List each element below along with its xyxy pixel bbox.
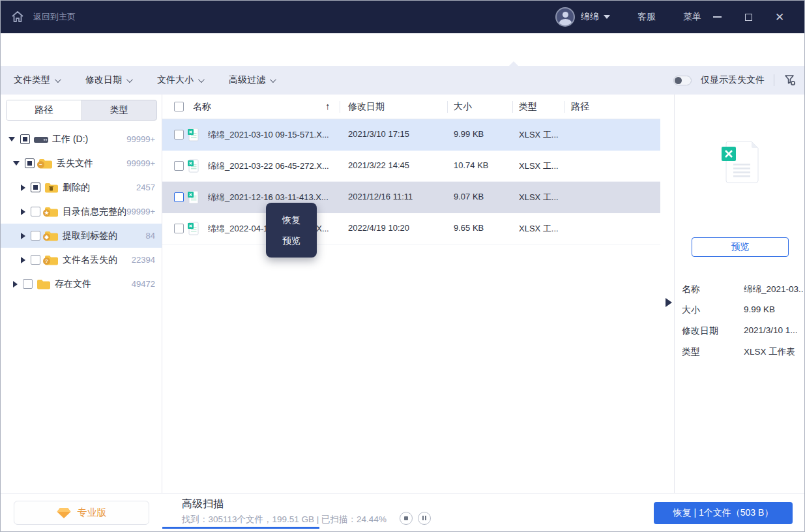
scan-info: 找到：305113个文件，199.51 GB | 已扫描：24.44% xyxy=(182,514,387,525)
sidebar: 路径 类型 工作 (D:) 99999+ − 丢失文件 xyxy=(1,95,162,493)
detail-row: 大小 9.99 KB xyxy=(682,304,802,319)
xlsx-file-icon-large xyxy=(720,139,761,188)
tab-type[interactable]: 类型 xyxy=(82,100,157,120)
collapse-arrow-icon[interactable] xyxy=(21,257,25,263)
stop-icon xyxy=(404,516,408,520)
maximize-button[interactable] xyxy=(733,1,764,33)
tree-checkbox[interactable] xyxy=(31,183,40,192)
preview-button[interactable]: 预览 xyxy=(692,237,789,257)
close-icon: ✕ xyxy=(775,12,784,23)
folder-trash-icon xyxy=(44,182,59,194)
tree-item-name-lost[interactable]: ? 文件名丢失的 22394 xyxy=(1,248,162,272)
tree-item-tagged[interactable]: ◆ 提取到标签的 84 xyxy=(1,224,162,248)
expand-arrow-icon[interactable] xyxy=(8,137,15,141)
titlebar: 返回到主页 绵绵 客服 菜单 ✕ xyxy=(1,1,805,33)
collapse-arrow-icon[interactable] xyxy=(21,209,25,215)
lost-files-toggle-label: 仅显示丢失文件 xyxy=(701,74,765,86)
filter-advanced[interactable]: 高级过滤 xyxy=(229,74,274,86)
filter-bar: 文件类型 修改日期 文件大小 高级过滤 仅显示丢失文件 xyxy=(1,66,805,95)
filter-modified-date[interactable]: 修改日期 xyxy=(85,74,131,86)
recover-button[interactable]: 恢复 | 1个文件（503 B） xyxy=(654,502,793,524)
tree-item-dir-complete[interactable]: ★ 目录信息完整的 99999+ xyxy=(1,200,162,224)
preview-panel: 预览 名称 绵绵_2021-03.. 大小 9.99 KB 修改日期 2021/… xyxy=(675,95,805,493)
folder-tree: 工作 (D:) 99999+ − 丢失文件 99999+ 删除的 xyxy=(1,127,162,296)
xlsx-file-icon xyxy=(188,222,199,238)
chevron-down-icon xyxy=(198,76,205,83)
folder-icon xyxy=(37,278,51,290)
row-checkbox[interactable] xyxy=(174,192,184,202)
tree-item-existing-files[interactable]: 存在文件 49472 xyxy=(1,272,162,296)
tree-checkbox[interactable] xyxy=(31,207,40,216)
scan-title: 高级扫描 xyxy=(182,497,224,511)
minimize-icon xyxy=(713,16,722,18)
context-menu-recover[interactable]: 恢复 xyxy=(266,212,317,228)
back-home-label: 返回到主页 xyxy=(33,11,76,23)
chevron-down-icon xyxy=(126,76,133,83)
row-checkbox[interactable] xyxy=(174,224,184,233)
column-date[interactable]: 修改日期 xyxy=(348,101,385,113)
back-home-button[interactable]: 返回到主页 xyxy=(1,9,76,25)
pause-icon xyxy=(422,516,426,520)
chevron-down-icon xyxy=(270,76,276,83)
collapse-arrow-icon[interactable] xyxy=(21,185,25,191)
tab-path[interactable]: 路径 xyxy=(7,100,82,120)
minimize-button[interactable] xyxy=(701,1,733,33)
tree-checkbox[interactable] xyxy=(20,134,30,144)
tree-checkbox[interactable] xyxy=(31,231,40,241)
tree-checkbox[interactable] xyxy=(23,279,33,289)
column-size[interactable]: 大小 xyxy=(454,101,472,113)
pro-version-button[interactable]: 专业版 xyxy=(14,501,149,525)
xlsx-file-icon xyxy=(188,190,199,207)
expand-arrow-icon[interactable] xyxy=(13,161,20,166)
filter-file-type[interactable]: 文件类型 xyxy=(14,74,59,86)
detail-row: 名称 绵绵_2021-03.. xyxy=(682,284,802,298)
xlsx-file-icon xyxy=(188,128,199,144)
pro-version-label: 专业版 xyxy=(78,507,107,519)
chevron-down-icon xyxy=(55,76,61,83)
tree-item-lost-files[interactable]: − 丢失文件 99999+ xyxy=(1,151,162,175)
select-all-checkbox[interactable] xyxy=(174,102,184,111)
scan-progress-fill xyxy=(162,527,319,529)
file-table: 名称 ↑ 修改日期 大小 类型 路径 绵绵_2021-03-10 09-15-5… xyxy=(162,95,674,493)
divider xyxy=(774,74,774,86)
table-row[interactable]: 绵绵_2021-03-22 06-45-272.X... 2021/3/22 1… xyxy=(162,151,660,182)
close-button[interactable]: ✕ xyxy=(764,1,795,33)
menu-link[interactable]: 菜单 xyxy=(683,11,701,23)
column-name[interactable]: 名称 xyxy=(193,101,211,113)
collapse-arrow-icon[interactable] xyxy=(21,233,25,239)
detail-row: 类型 XLSX 工作表 xyxy=(682,346,802,361)
row-checkbox[interactable] xyxy=(174,130,184,140)
chevron-down-icon[interactable] xyxy=(604,15,610,19)
lost-files-toggle[interactable] xyxy=(673,76,692,85)
support-link[interactable]: 客服 xyxy=(637,11,656,23)
sort-ascending-icon[interactable]: ↑ xyxy=(325,100,330,111)
tree-checkbox[interactable] xyxy=(25,158,35,168)
tree-item-drive-d[interactable]: 工作 (D:) 99999+ xyxy=(1,127,162,151)
panel-collapse-arrow[interactable] xyxy=(666,298,672,307)
tree-item-deleted[interactable]: 删除的 2457 xyxy=(1,175,162,200)
table-row[interactable]: 绵绵_2021-12-16 03-11-413.X... 2021/12/16 … xyxy=(162,182,660,213)
detail-row: 修改日期 2021/3/10 1... xyxy=(682,325,802,340)
xlsx-file-icon xyxy=(188,159,199,175)
gem-icon xyxy=(57,507,71,519)
collapse-arrow-icon[interactable] xyxy=(13,281,18,288)
folder-minus-icon: − xyxy=(38,158,53,170)
row-checkbox[interactable] xyxy=(174,161,184,171)
home-icon xyxy=(10,9,25,25)
username[interactable]: 绵绵 xyxy=(581,11,599,23)
context-menu-preview[interactable]: 预览 xyxy=(266,233,317,248)
clear-filter-icon[interactable] xyxy=(783,74,797,87)
status-bar: 专业版 高级扫描 找到：305113个文件，199.51 GB | 已扫描：24… xyxy=(1,493,805,532)
tree-checkbox[interactable] xyxy=(31,255,40,265)
column-path[interactable]: 路径 xyxy=(571,101,589,113)
table-row[interactable]: 绵绵_2021-03-10 09-15-571.X... 2021/3/10 1… xyxy=(162,119,660,151)
folder-tag-icon: ◆ xyxy=(44,230,59,242)
pause-scan-button[interactable] xyxy=(418,512,431,525)
table-row[interactable]: 绵绵_2022-04-19 02-20-574.X... 2022/4/19 1… xyxy=(162,213,660,244)
column-type[interactable]: 类型 xyxy=(519,101,537,113)
avatar[interactable] xyxy=(555,7,575,27)
folder-question-icon: ? xyxy=(44,254,59,266)
sidebar-tabs: 路径 类型 xyxy=(6,100,157,121)
stop-scan-button[interactable] xyxy=(400,512,413,525)
filter-file-size[interactable]: 文件大小 xyxy=(157,74,203,86)
